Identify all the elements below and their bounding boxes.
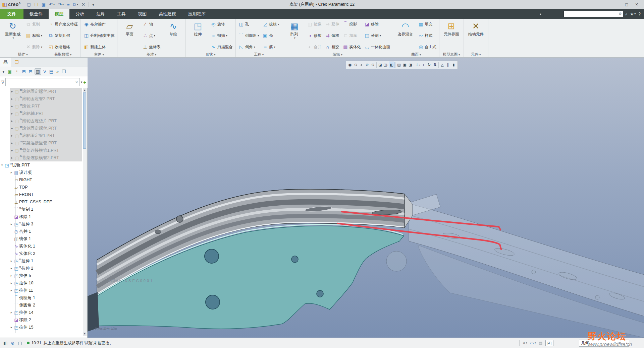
ribbon-button-new-body[interactable]: ◧新建主体 (83, 43, 115, 51)
dropdown-arrow-icon[interactable]: ▾ (419, 64, 420, 66)
ribbon-button-chamfer[interactable]: ◺倒角▾ (237, 43, 260, 51)
expand-arrow-icon[interactable]: ▸ (9, 222, 13, 226)
expand-arrow-icon[interactable]: ▸ (9, 289, 13, 292)
ribbon-button-round[interactable]: ⌒倒圆角▾ (237, 31, 260, 40)
pause-button[interactable]: ∥ (445, 62, 451, 68)
tree-item[interactable]: ▸◳⧉拉伸 3 (0, 220, 82, 228)
redo-button[interactable]: ↷▾ (57, 2, 65, 7)
dropdown-arrow-icon[interactable]: ▾ (387, 64, 388, 66)
dropdown-arrow-icon[interactable]: ▾ (77, 3, 78, 6)
search-command-icon[interactable]: ⌕ (625, 12, 628, 16)
ribbon-button-sweep[interactable]: ≈扫描▾ (210, 31, 234, 40)
capture-button[interactable]: ▣ (402, 62, 408, 68)
expand-arrow-icon[interactable]: ▸ (9, 267, 13, 270)
expand-arrow-icon[interactable]: ▸ (9, 311, 13, 314)
ribbon-button-copy-geometry[interactable]: ⧉复制几何 (47, 31, 79, 40)
filter-clear-icon[interactable]: ✕ (75, 80, 78, 84)
scroll-up-icon[interactable]: ▲ (83, 88, 86, 92)
ribbon-button-revolve[interactable]: ◴旋转 (210, 20, 234, 28)
expand-arrow-icon[interactable]: ▸ (10, 149, 14, 152)
ribbon-button-boundary-blend[interactable]: ◠边界混合 (395, 19, 416, 52)
ribbon-button-intersect[interactable]: ∩相交 (324, 43, 340, 51)
dropdown-arrow-icon[interactable]: ▾ (535, 342, 536, 344)
ribbon-button-style[interactable]: ∾样式 (417, 31, 437, 40)
tree-item[interactable]: ▸▢⧉滚轮固定螺丝.PRT (10, 88, 82, 95)
display-style-button[interactable]: ◫▾ (383, 62, 389, 68)
selection-box-button[interactable]: ▭▾ (530, 340, 536, 346)
scrollbar-thumb[interactable] (83, 92, 86, 149)
ribbon-button-extrude[interactable]: ◳拉伸 (187, 19, 208, 52)
dropdown-arrow-icon[interactable]: ▾ (62, 3, 64, 6)
dropdown-arrow-icon[interactable]: ▾ (12, 37, 14, 40)
tree-item[interactable]: ◫镜像 1 (0, 235, 82, 242)
tree-item[interactable]: ▸▤设计项 (0, 169, 82, 176)
ribbon-button-shell[interactable]: ▣壳 (261, 31, 280, 40)
ribbon-group-label[interactable]: 工程 ▾ (237, 52, 280, 57)
group-dropdown-icon[interactable]: ▾ (214, 53, 215, 56)
group-dropdown-icon[interactable]: ▾ (70, 53, 71, 56)
maximize-button[interactable]: ▢ (624, 2, 629, 7)
ribbon-button-datum-csys[interactable]: ⊥坐标系 (141, 43, 162, 51)
ribbon-button-udf[interactable]: ◔用户定义特征 (47, 20, 79, 28)
ribbon-button-datum-axis[interactable]: ∕轴 (141, 20, 162, 28)
ribbon-group-label[interactable]: 形状 ▾ (187, 52, 234, 57)
tree-item[interactable]: ▸▢⧉滚轮固定垫片.PRT (10, 117, 82, 125)
tree-filters-button[interactable]: ∇ (42, 69, 47, 74)
tree-item[interactable]: ▱FRONT (0, 191, 82, 198)
ribbon-button-shrinkwrap[interactable]: ◱收缩包络 (47, 43, 79, 51)
new-file-button[interactable]: ▢ (25, 2, 32, 7)
filter-add-icon[interactable]: + (83, 79, 86, 85)
ribbon-button-datum-point[interactable]: ∴点▾ (141, 31, 162, 40)
ribbon-group-label[interactable]: 主体 ▾ (83, 52, 115, 57)
ribbon-group-label[interactable]: 基准 ▾ (119, 52, 184, 57)
search-settings-icon[interactable]: ⚙ (619, 12, 622, 16)
ribbon-button-component-interface[interactable]: ⊞元件界面 (441, 19, 462, 52)
ribbon-button-remove[interactable]: ◪移除 (363, 20, 391, 28)
dropdown-arrow-icon[interactable]: ▾ (634, 12, 636, 15)
minimize-button[interactable]: – (614, 2, 619, 7)
expand-arrow-icon[interactable]: ▸ (9, 281, 13, 285)
tree-item[interactable]: ▾◳⧉试验.PRT (0, 161, 82, 169)
feature-list-button[interactable]: ≡ (66, 2, 71, 7)
ribbon-button-pattern[interactable]: ▦阵列▾ (284, 19, 305, 52)
tree-item[interactable]: ▸▢⧉滚轮.PRT (10, 102, 82, 110)
navigator-toggle-button[interactable]: ◧ (2, 340, 9, 346)
dropdown-arrow-icon[interactable]: ▾ (41, 34, 42, 37)
group-dropdown-icon[interactable]: ▾ (459, 53, 460, 56)
tree-columns-button[interactable]: ▥ (35, 68, 41, 75)
tree-item[interactable]: ▸◳⧉拉伸 2 (0, 265, 82, 272)
tree-item[interactable]: ▸◳拉伸 10 (0, 279, 82, 287)
tree-item[interactable]: ▱TOP (0, 184, 82, 191)
expand-arrow-icon[interactable]: ▾ (0, 163, 4, 167)
tree-item[interactable]: ▸▢⧉滚轮轴.PRT (10, 110, 82, 117)
fullscreen-button[interactable]: ▢ (16, 340, 23, 346)
ribbon-group-label[interactable]: 编辑 ▾ (284, 52, 391, 57)
ribbon-button-draft[interactable]: ◿拔模▾ (261, 20, 280, 28)
tree-item[interactable]: ∿实体化 2 (0, 250, 82, 257)
customize-qat-button[interactable]: ▾ (91, 2, 96, 7)
ribbon-group-label[interactable]: 曲面 ▾ (395, 52, 437, 57)
tree-display-button[interactable]: ▤ (48, 69, 54, 74)
orient-mode-button[interactable]: ↻ (426, 62, 432, 68)
ribbon-group-label[interactable]: 操作 ▾ (2, 52, 43, 57)
collapse-all-button[interactable]: ⊟ (28, 69, 34, 74)
zoom-region-button[interactable]: ⌕ (359, 62, 364, 68)
expand-arrow-icon[interactable]: ▸ (10, 105, 14, 108)
tree-item[interactable]: ⌒倒圆角 1 (0, 294, 82, 301)
tab-应用程序[interactable]: 应用程序 (182, 9, 212, 19)
find-button[interactable]: ⌕▾ (523, 340, 527, 346)
graphics-area[interactable]: ◉⊙⌕⊕⊖◪◫▾◧▤▣◨⊥▾+↻⇅△∥▮ 剖面状态:XSEC0001 启用的零件… (88, 58, 644, 338)
group-dropdown-icon[interactable]: ▾ (420, 53, 421, 56)
dropdown-arrow-icon[interactable]: ▾ (274, 46, 275, 49)
tab-注释[interactable]: 注释 (90, 9, 111, 19)
ribbon-button-solidify[interactable]: ▩实体化 (341, 43, 362, 51)
tree-item[interactable]: ▸▢⧉背架连接横管2.PRT (10, 154, 82, 161)
folder-browser-tab[interactable]: ❒ (11, 58, 22, 67)
section-view-button[interactable]: ◧ (389, 62, 394, 68)
tree-item[interactable]: ▸◳拉伸 14 (0, 309, 82, 316)
dropdown-arrow-icon[interactable]: ▾ (526, 342, 527, 344)
ribbon-group-label[interactable]: 元件 ▾ (466, 52, 486, 57)
dropdown-arrow-icon[interactable]: ▾ (294, 37, 296, 40)
tree-item[interactable]: ∿实体化 1 (0, 242, 82, 250)
model-display-mode-button[interactable]: ◰ (545, 340, 553, 346)
